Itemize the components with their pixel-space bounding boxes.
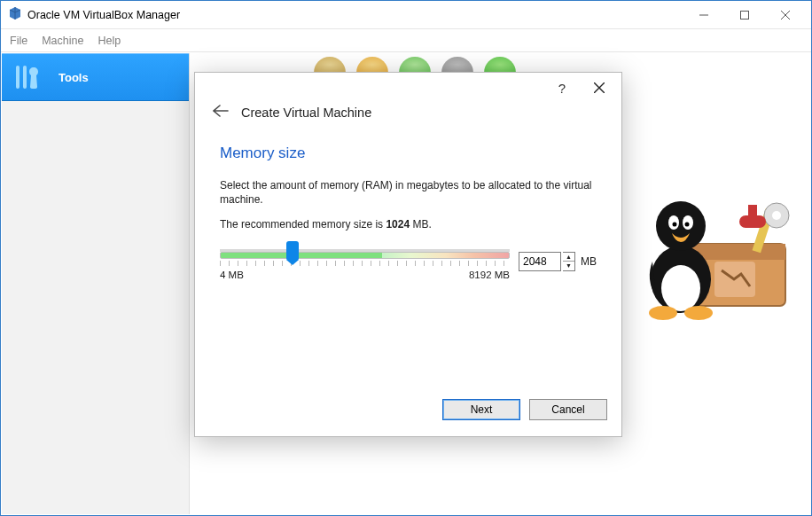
- slider-thumb-icon[interactable]: [286, 241, 299, 261]
- svg-rect-2: [23, 66, 27, 89]
- window-minimize-button[interactable]: [683, 2, 724, 28]
- spin-down-button[interactable]: ▼: [563, 262, 574, 270]
- menu-file[interactable]: File: [10, 35, 27, 47]
- memory-input[interactable]: [519, 252, 561, 271]
- window-close-button[interactable]: [765, 2, 806, 28]
- slider-max-label: 8192 MB: [469, 270, 510, 280]
- next-button[interactable]: Next: [442, 399, 520, 420]
- virtualbox-icon: [8, 6, 22, 23]
- dialog-close-button[interactable]: [581, 75, 618, 100]
- svg-rect-10: [748, 205, 757, 221]
- svg-point-19: [684, 306, 713, 320]
- svg-point-12: [661, 265, 700, 311]
- svg-point-17: [685, 223, 690, 227]
- menu-machine[interactable]: Machine: [42, 35, 83, 47]
- slider-min-label: 4 MB: [220, 270, 244, 280]
- memory-spinbox: ▲ ▼ MB: [519, 252, 597, 271]
- sidebar: Tools: [2, 53, 190, 514]
- back-arrow-icon[interactable]: [213, 105, 229, 120]
- svg-point-18: [649, 306, 677, 320]
- menu-help[interactable]: Help: [98, 35, 121, 47]
- menubar: File Machine Help: [1, 29, 811, 52]
- svg-point-16: [673, 223, 677, 227]
- sidebar-item-label: Tools: [59, 71, 89, 84]
- dialog-wizard-title: Create Virtual Machine: [241, 106, 371, 120]
- dialog-heading: Memory size: [220, 145, 597, 162]
- window-titlebar: Oracle VM VirtualBox Manager: [1, 1, 811, 29]
- dialog-description: Select the amount of memory (RAM) in meg…: [220, 178, 597, 207]
- memory-slider[interactable]: [220, 243, 510, 268]
- svg-point-8: [772, 211, 781, 220]
- dialog-help-button[interactable]: ?: [543, 75, 581, 100]
- tux-illustration: [635, 146, 794, 326]
- sidebar-item-tools[interactable]: Tools: [2, 53, 189, 101]
- window-maximize-button[interactable]: [724, 2, 765, 28]
- window-title: Oracle VM VirtualBox Manager: [27, 9, 683, 21]
- svg-rect-0: [741, 11, 749, 19]
- create-vm-dialog: ? Create Virtual Machine Memory size Sel…: [194, 72, 622, 437]
- svg-rect-1: [16, 66, 20, 89]
- spin-up-button[interactable]: ▲: [563, 253, 574, 262]
- toolbar-peek: [314, 57, 516, 73]
- dialog-recommendation: The recommended memory size is 1024 MB.: [220, 217, 597, 231]
- cancel-button[interactable]: Cancel: [529, 399, 607, 420]
- svg-point-13: [656, 201, 706, 251]
- tools-icon: [12, 62, 46, 92]
- memory-unit: MB: [581, 255, 597, 268]
